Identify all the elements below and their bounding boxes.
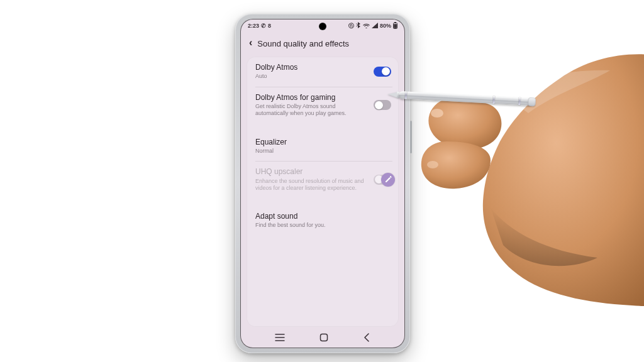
bluetooth-icon: [356, 22, 361, 30]
back-button[interactable]: ‹: [249, 38, 252, 48]
title-bar: ‹ Sound quality and effects: [240, 33, 405, 54]
row-subtitle: Get realistic Dolby Atmos sound automati…: [255, 103, 366, 118]
phone-icon: ✆: [261, 23, 266, 29]
settings-list: Dolby Atmos Auto Dolby Atmos for gaming …: [247, 57, 399, 327]
row-title: Equalizer: [255, 138, 366, 146]
row-equalizer[interactable]: Equalizer Normal: [247, 131, 399, 162]
toggle-dolby-atmos-gaming[interactable]: [374, 100, 391, 110]
row-adapt-sound[interactable]: Adapt sound Find the best sound for you.: [247, 206, 399, 236]
row-subtitle: Find the best sound for you.: [255, 222, 366, 229]
page-title: Sound quality and effects: [257, 39, 349, 48]
row-dolby-atmos[interactable]: Dolby Atmos Auto: [247, 57, 399, 87]
nav-back-button[interactable]: [363, 333, 370, 344]
camera-hole: [319, 23, 326, 30]
power-button: [410, 121, 412, 153]
row-uhq-upscaler: UHQ upscaler Enhance the sound resolutio…: [247, 161, 399, 198]
toggle-dolby-atmos[interactable]: [374, 67, 391, 77]
battery-icon: [393, 22, 397, 30]
navigation-bar: [240, 328, 405, 348]
status-right: ⓝ 80%: [348, 22, 397, 30]
row-subtitle: Normal: [255, 148, 366, 155]
svg-rect-1: [394, 22, 396, 23]
row-subtitle: Enhance the sound resolution of music an…: [255, 178, 366, 192]
nfc-icon: ⓝ: [348, 23, 354, 29]
battery-percentage: 80%: [380, 23, 391, 29]
row-title: Dolby Atmos for gaming: [255, 93, 366, 102]
phone-screen: 2:23 ✆ 8 ⓝ 80%: [240, 19, 405, 348]
notification-count: 8: [268, 23, 271, 29]
row-title: Dolby Atmos: [255, 63, 366, 72]
status-clock: 2:23: [248, 23, 259, 29]
edit-icon[interactable]: [381, 173, 395, 187]
svg-rect-6: [320, 334, 327, 341]
svg-rect-2: [394, 24, 397, 28]
row-title: Adapt sound: [255, 212, 366, 221]
row-subtitle: Auto: [255, 73, 366, 80]
signal-icon: [372, 23, 378, 30]
status-left: 2:23 ✆ 8: [248, 23, 271, 29]
recents-button[interactable]: [275, 333, 285, 343]
row-title: UHQ upscaler: [255, 167, 366, 176]
hand-holding-stylus: [402, 19, 644, 346]
home-button[interactable]: [319, 333, 328, 344]
svg-point-8: [427, 161, 438, 168]
svg-point-7: [431, 109, 443, 118]
phone-device: 2:23 ✆ 8 ⓝ 80%: [235, 14, 410, 353]
wifi-icon: [363, 23, 370, 30]
row-dolby-atmos-gaming[interactable]: Dolby Atmos for gaming Get realistic Dol…: [247, 87, 399, 124]
